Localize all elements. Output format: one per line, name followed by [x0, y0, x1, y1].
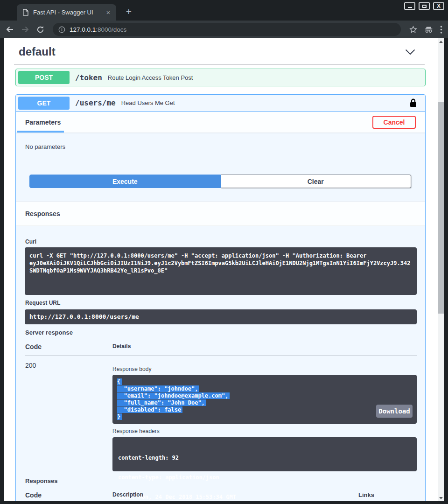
- parameters-header: Parameters Cancel: [16, 112, 425, 133]
- address-bar[interactable]: 127.0.0.1:8000/docs: [53, 23, 401, 36]
- browser-window: Fast API - Swagger UI × + X 127.0.0.1:80…: [0, 0, 448, 504]
- doc-links-header: Links: [358, 491, 417, 499]
- response-body-block[interactable]: { "username": "johndoe", "email": "johnd…: [112, 375, 417, 424]
- browser-toolbar: 127.0.0.1:8000/docs: [0, 21, 448, 38]
- maximize-button[interactable]: [419, 2, 430, 10]
- post-path: /token: [75, 73, 102, 82]
- json-line: "disabled": false: [117, 406, 412, 413]
- download-button[interactable]: Download: [376, 405, 413, 418]
- responses-title: Responses: [25, 210, 60, 217]
- endpoint-get-users-me: GET /users/me Read Users Me Get Paramete…: [15, 94, 426, 501]
- new-tab-button[interactable]: +: [122, 6, 135, 19]
- minimize-icon: [408, 7, 412, 8]
- site-info-icon[interactable]: [58, 26, 65, 33]
- json-line: }: [117, 413, 412, 420]
- back-button[interactable]: [6, 26, 14, 33]
- tab-close-icon[interactable]: ×: [104, 9, 112, 16]
- page-scrollbar[interactable]: [438, 38, 444, 501]
- incognito-icon: [424, 26, 433, 33]
- forward-button[interactable]: [21, 26, 29, 33]
- response-body-label: Response body: [112, 366, 417, 372]
- json-line: "username": "johndoe",: [117, 385, 412, 392]
- window-controls: X: [404, 2, 444, 10]
- status-code: 200: [25, 362, 112, 471]
- scrollbar-down-icon[interactable]: [438, 495, 444, 501]
- response-details-cell: Response body { "username": "johndoe", "…: [112, 362, 417, 471]
- json-line: {: [117, 378, 412, 385]
- curl-command-block[interactable]: curl -X GET "http://127.0.0.1:8000/users…: [25, 247, 417, 295]
- clear-button[interactable]: Clear: [221, 175, 412, 188]
- browser-tab[interactable]: Fast API - Swagger UI ×: [17, 4, 116, 21]
- bookmark-star-icon[interactable]: [409, 26, 417, 34]
- endpoint-post-token[interactable]: POST /token Route Login Access Token Pos…: [15, 69, 426, 86]
- scrollbar-up-icon[interactable]: [438, 38, 444, 45]
- request-url-label: Request URL: [25, 300, 417, 306]
- api-section-header[interactable]: default: [14, 38, 425, 65]
- table-row: 200 Response body { "username": "johndoe…: [25, 356, 417, 471]
- url-host: 127.0.0.1: [70, 26, 96, 33]
- active-tab-underline: [17, 131, 64, 133]
- details-column-header: Details: [112, 343, 131, 350]
- url-text: 127.0.0.1:8000/docs: [70, 26, 126, 33]
- cancel-button[interactable]: Cancel: [372, 116, 416, 129]
- curl-label: Curl: [25, 238, 417, 245]
- request-url-value: http://127.0.0.1:8000/users/me: [25, 309, 417, 324]
- header-line: content-length: 92: [118, 455, 411, 461]
- page-favicon-icon: [22, 9, 29, 16]
- json-line: "full_name": "John Doe",: [117, 399, 412, 406]
- server-response-table: Code Details 200 Response body { "userna…: [25, 343, 417, 471]
- maximize-icon: [422, 5, 427, 8]
- responses-section-header: Responses: [16, 202, 425, 226]
- tab-parameters[interactable]: Parameters: [25, 119, 61, 126]
- execute-button[interactable]: Execute: [29, 175, 221, 188]
- swagger-page: default POST /token Route Login Access T…: [4, 38, 438, 501]
- post-method-badge: POST: [18, 71, 70, 84]
- chevron-down-icon[interactable]: [405, 49, 415, 55]
- server-response-table-head: Code Details: [25, 343, 417, 356]
- doc-code-header: Code: [25, 491, 112, 499]
- get-path: /users/me: [75, 98, 116, 107]
- scrollbar-thumb[interactable]: [438, 102, 444, 314]
- server-response-label: Server response: [25, 329, 417, 336]
- code-column-header: Code: [25, 343, 112, 350]
- response-headers-label: Response headers: [112, 428, 417, 434]
- url-path: :8000/docs: [96, 26, 126, 33]
- header-line: content-type: application/json: [118, 474, 411, 481]
- doc-description-header: Description: [112, 491, 358, 499]
- titlebar: Fast API - Swagger UI × + X: [0, 0, 448, 21]
- post-summary: Route Login Access Token Post: [108, 74, 193, 81]
- json-line: "email": "johndoe@example.com",: [117, 392, 412, 399]
- get-summary: Read Users Me Get: [121, 99, 175, 106]
- menu-kebab-icon[interactable]: [440, 26, 442, 34]
- section-title: default: [14, 45, 56, 58]
- close-window-button[interactable]: X: [433, 2, 444, 10]
- close-icon: X: [437, 4, 441, 8]
- reload-button[interactable]: [36, 26, 44, 34]
- lock-icon[interactable]: [410, 98, 417, 107]
- no-parameters-text: No parameters: [16, 133, 425, 150]
- execute-button-group: Execute Clear: [29, 175, 411, 188]
- get-method-badge: GET: [18, 97, 70, 110]
- response-headers-block: content-length: 92 content-type: applica…: [112, 437, 417, 471]
- tab-title: Fast API - Swagger UI: [33, 9, 100, 16]
- minimize-button[interactable]: [404, 2, 415, 10]
- get-summary-row[interactable]: GET /users/me Read Users Me Get: [16, 95, 425, 112]
- browser-content: default POST /token Route Login Access T…: [0, 38, 448, 504]
